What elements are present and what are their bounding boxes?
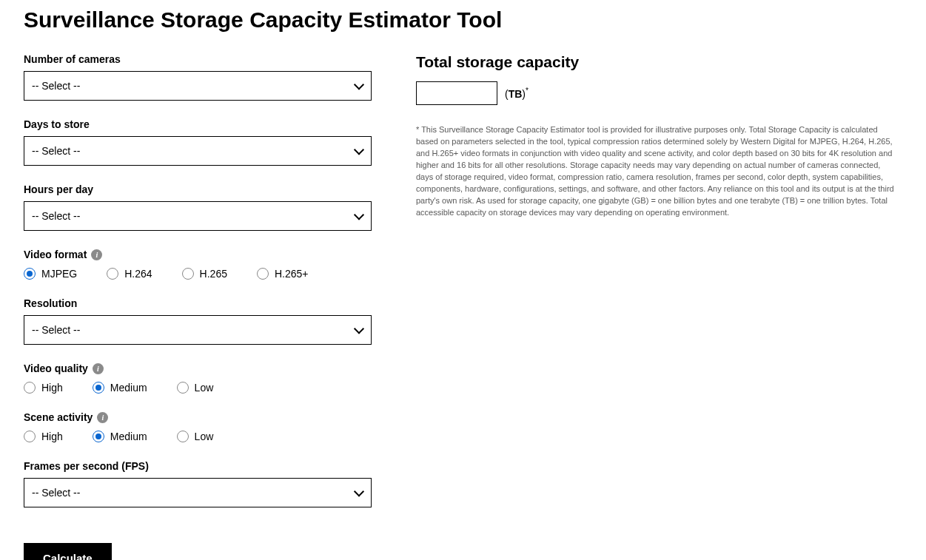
video-quality-medium[interactable]: Medium [93,382,147,394]
info-icon[interactable]: i [91,249,102,260]
resolution-select[interactable]: -- Select -- [24,315,372,345]
video-format-h265plus[interactable]: H.265+ [257,268,309,280]
fps-select[interactable]: -- Select -- [24,478,372,507]
video-quality-radio-group: High Medium Low [24,382,372,394]
scene-activity-radio-group: High Medium Low [24,431,372,442]
num-cameras-select[interactable]: -- Select -- [24,71,372,101]
video-format-label: Video format [24,249,87,260]
result-unit: (TB)* [505,87,529,100]
video-format-mjpeg[interactable]: MJPEG [24,268,77,280]
info-icon[interactable]: i [93,363,104,374]
fps-label: Frames per second (FPS) [24,460,372,472]
video-quality-high[interactable]: High [24,382,63,394]
disclaimer-text: * This Surveillance Storage Capacity Est… [416,124,897,219]
result-value-box [416,81,497,105]
video-quality-low[interactable]: Low [177,382,214,394]
video-format-radio-group: MJPEG H.264 H.265 H.265+ [24,268,372,280]
video-format-h265[interactable]: H.265 [182,268,227,280]
video-format-h264[interactable]: H.264 [107,268,152,280]
hours-day-select[interactable]: -- Select -- [24,201,372,231]
scene-activity-high[interactable]: High [24,431,63,442]
resolution-label: Resolution [24,297,372,309]
info-icon[interactable]: i [97,412,108,423]
calculate-button[interactable]: Calculate [24,543,112,560]
num-cameras-label: Number of cameras [24,53,372,65]
page-title: Surveillance Storage Capacity Estimator … [24,7,902,33]
scene-activity-label: Scene activity [24,411,93,423]
video-quality-label: Video quality [24,362,88,374]
scene-activity-low[interactable]: Low [177,431,214,442]
hours-day-label: Hours per day [24,183,372,195]
scene-activity-medium[interactable]: Medium [93,431,147,442]
days-store-select[interactable]: -- Select -- [24,136,372,166]
days-store-label: Days to store [24,118,372,130]
result-title: Total storage capacity [416,53,897,71]
